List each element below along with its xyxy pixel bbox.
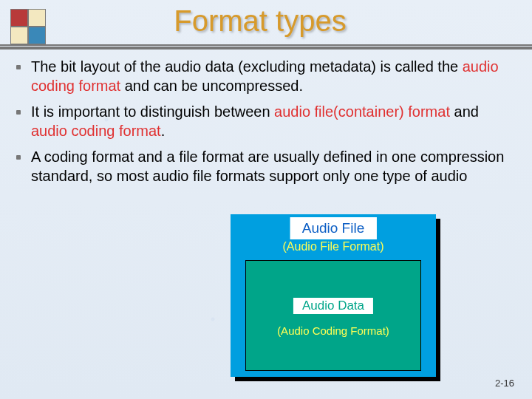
bullet-icon bbox=[16, 155, 21, 160]
audio-coding-format-sub: (Audio Coding Format) bbox=[246, 324, 420, 337]
page-number: 2-16 bbox=[495, 378, 514, 389]
slide: Format types The bit layout of the audio… bbox=[0, 0, 532, 399]
bullet-icon bbox=[16, 110, 21, 115]
bullet-item: It is important to distinguish between a… bbox=[15, 103, 510, 140]
bullet-text: A coding format and a file format are us… bbox=[31, 148, 510, 185]
bullet-item: The bit layout of the audio data (exclud… bbox=[15, 58, 510, 95]
bullet-icon bbox=[16, 65, 21, 69]
diagram: Audio File (Audio File Format) Audio Dat… bbox=[231, 214, 445, 384]
audio-file-box: Audio File (Audio File Format) Audio Dat… bbox=[231, 214, 436, 377]
audio-data-label: Audio Data bbox=[293, 298, 373, 314]
slide-title: Format types bbox=[0, 4, 520, 38]
slide-body: The bit layout of the audio data (exclud… bbox=[15, 58, 510, 194]
bullet-text: The bit layout of the audio data (exclud… bbox=[31, 58, 510, 95]
audio-file-format-sub: (Audio File Format) bbox=[231, 240, 436, 253]
audio-file-label: Audio File bbox=[290, 217, 377, 239]
audio-data-box: Audio Data (Audio Coding Format) bbox=[245, 260, 421, 371]
divider bbox=[0, 44, 532, 46]
divider bbox=[0, 47, 532, 50]
bullet-item: A coding format and a file format are us… bbox=[15, 148, 510, 185]
bullet-text: It is important to distinguish between a… bbox=[31, 103, 510, 140]
